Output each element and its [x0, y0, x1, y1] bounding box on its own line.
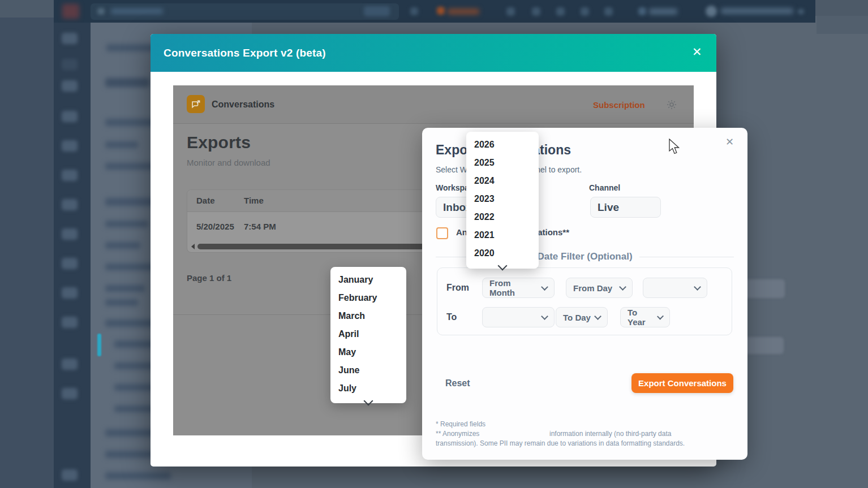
- year-option[interactable]: 2024: [466, 172, 539, 190]
- sidebar-item-blurred[interactable]: [105, 221, 148, 227]
- rail-icon[interactable]: [62, 170, 78, 181]
- month-option[interactable]: July: [330, 379, 406, 398]
- subscription-link[interactable]: Subscription: [593, 100, 645, 110]
- to-label: To: [446, 312, 457, 322]
- nav-icon[interactable]: [556, 7, 565, 16]
- year-option[interactable]: 2025: [466, 154, 539, 172]
- footnote-transmission: transmission). Some PII may remain due t…: [436, 439, 685, 447]
- search-placeholder-blurred: [111, 8, 163, 14]
- sidebar-item-blurred[interactable]: [105, 319, 157, 327]
- rail-icon[interactable]: [62, 33, 78, 44]
- sidebar-section-blurred: [105, 119, 157, 126]
- from-month-select[interactable]: From Month: [482, 278, 555, 298]
- divider-line: [639, 257, 734, 257]
- sidebar-item-blurred[interactable]: [105, 285, 145, 292]
- from-day-select[interactable]: From Day: [566, 278, 633, 298]
- year-option[interactable]: 2023: [466, 190, 539, 208]
- app-logo[interactable]: [62, 4, 79, 19]
- rail-icon[interactable]: [62, 388, 78, 399]
- sidebar-item-blurred[interactable]: [105, 141, 138, 148]
- sidebar-item-blurred[interactable]: [105, 472, 171, 480]
- upgrade-icon[interactable]: [437, 7, 445, 15]
- background-top-right-panel: [817, 16, 868, 34]
- nav-icon[interactable]: [532, 7, 540, 16]
- rail-icon[interactable]: [62, 469, 78, 481]
- year-option[interactable]: 2022: [466, 208, 539, 226]
- from-year-select[interactable]: [643, 278, 707, 298]
- scroll-more-chevron[interactable]: [330, 398, 406, 408]
- rail-icon[interactable]: [62, 228, 78, 240]
- scroll-left-arrow[interactable]: [191, 244, 195, 249]
- top-navigation-bar: [54, 0, 815, 23]
- rail-icon[interactable]: [62, 287, 78, 299]
- export-conversations-button[interactable]: Export Conversations: [631, 373, 733, 393]
- chevron-down-icon: [541, 283, 548, 291]
- avatar[interactable]: [706, 6, 717, 17]
- year-option[interactable]: 2026: [466, 136, 539, 154]
- reset-button[interactable]: Reset: [445, 378, 470, 388]
- year-option[interactable]: 2021: [466, 226, 539, 244]
- footnote-anonymize-left: ** Anonymizes: [436, 430, 479, 438]
- sidebar-item-blurred[interactable]: [105, 451, 155, 458]
- rail-icon[interactable]: [62, 258, 78, 269]
- chevron-down-icon: [694, 283, 701, 291]
- sidebar-heading-blurred: [105, 78, 149, 87]
- column-date: Date: [196, 196, 215, 205]
- rail-icon[interactable]: [62, 317, 78, 328]
- sun-icon[interactable]: [667, 100, 677, 112]
- rail-icon[interactable]: [62, 199, 78, 210]
- chevron-down-icon[interactable]: [798, 9, 804, 14]
- chevron-down-icon: [594, 313, 601, 320]
- month-option[interactable]: April: [330, 325, 406, 343]
- rail-icon[interactable]: [62, 359, 78, 370]
- to-year-select[interactable]: To Year: [620, 307, 670, 327]
- sidebar-item-blurred[interactable]: [105, 299, 138, 306]
- exports-subheading: Monitor and download: [187, 158, 270, 167]
- left-icon-rail: [54, 23, 91, 488]
- shortcut-badge: [364, 6, 390, 16]
- year-dropdown-list: 2026 2025 2024 2023 2022 2021 2020: [466, 132, 539, 269]
- copilot-label-blurred[interactable]: [649, 8, 677, 15]
- channel-label: Channel: [589, 183, 620, 192]
- pagination-label: Page 1 of 1: [187, 273, 231, 283]
- modal-title: Conversations Export v2 (beta): [164, 47, 326, 59]
- month-option[interactable]: June: [330, 361, 406, 379]
- copilot-icon[interactable]: [638, 7, 646, 15]
- to-day-select[interactable]: To Day: [556, 307, 608, 327]
- from-label: From: [446, 283, 469, 293]
- outer-strip-top-left: [0, 0, 54, 18]
- rail-icon[interactable]: [62, 111, 78, 122]
- month-option[interactable]: January: [330, 271, 406, 289]
- close-icon[interactable]: ✕: [692, 45, 702, 59]
- month-option[interactable]: March: [330, 307, 406, 325]
- nav-icon[interactable]: [604, 7, 613, 16]
- upgrade-label-blurred[interactable]: [448, 8, 479, 15]
- nav-icon[interactable]: [410, 7, 418, 15]
- close-icon[interactable]: ✕: [725, 136, 734, 148]
- month-option[interactable]: May: [330, 343, 406, 361]
- year-option[interactable]: 2020: [466, 244, 539, 262]
- nav-icon[interactable]: [581, 7, 589, 16]
- app-frame-header: Conversations Subscription: [173, 85, 694, 124]
- date-filter-label: Date Filter (Optional): [530, 251, 639, 262]
- nav-icon[interactable]: [506, 7, 515, 16]
- sidebar-item-blurred[interactable]: [114, 405, 156, 412]
- channel-select[interactable]: Live: [590, 197, 661, 218]
- conversations-export-modal: Conversations Export v2 (beta) ✕ Convers…: [151, 34, 716, 467]
- month-option[interactable]: February: [330, 289, 406, 307]
- anonymize-checkbox[interactable]: [436, 227, 448, 239]
- rail-icon[interactable]: [62, 140, 78, 152]
- scroll-more-chevron[interactable]: [466, 262, 539, 273]
- search-input[interactable]: [91, 3, 399, 20]
- screen: Conversations Export v2 (beta) ✕ Convers…: [0, 0, 868, 488]
- to-month-select[interactable]: [482, 307, 555, 327]
- month-dropdown-list: January February March April May June Ju…: [330, 267, 406, 403]
- cell-time: 7:54 PM: [244, 222, 276, 231]
- rail-icon[interactable]: [62, 59, 78, 70]
- account-name-blurred[interactable]: [721, 8, 793, 14]
- chevron-down-icon: [619, 283, 626, 291]
- column-time: Time: [244, 196, 264, 205]
- search-icon: [97, 8, 105, 15]
- sidebar-item-blurred[interactable]: [105, 242, 140, 249]
- rail-icon[interactable]: [62, 80, 78, 92]
